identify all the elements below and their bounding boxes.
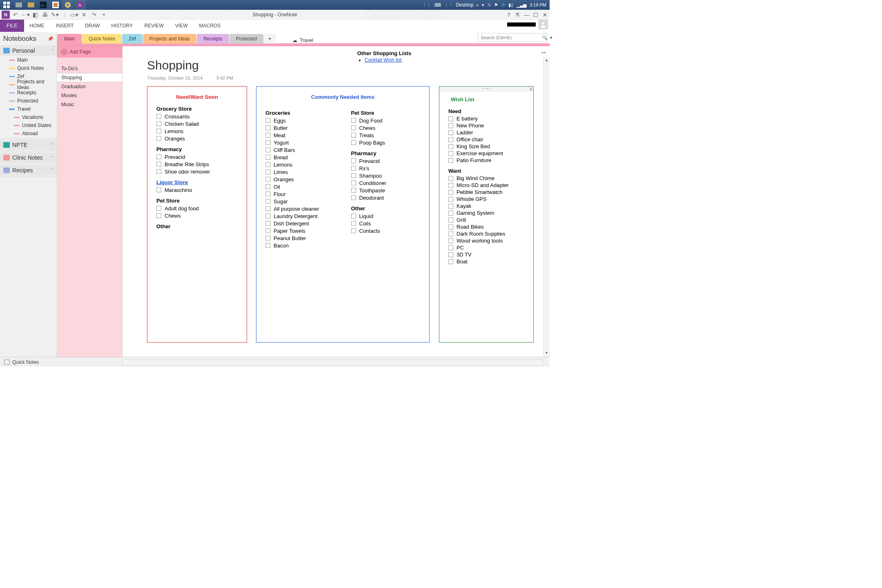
- search-input[interactable]: [478, 35, 539, 40]
- section-vacations[interactable]: Vacations: [0, 113, 57, 121]
- qat-print[interactable]: 🖶: [41, 11, 49, 19]
- checkbox[interactable]: [156, 206, 161, 211]
- page-canvas[interactable]: ⤢ ▴ ▾ Shopping Thursday, October 16, 201…: [122, 46, 550, 357]
- checklist-item[interactable]: Office chair: [448, 136, 524, 143]
- pin-icon[interactable]: 📌: [47, 36, 53, 42]
- checkbox[interactable]: [351, 158, 356, 163]
- section-abroad[interactable]: Abroad: [0, 129, 57, 138]
- checkbox[interactable]: [265, 243, 270, 248]
- tray-chevron-icon[interactable]: ▾: [482, 2, 484, 8]
- checklist-item[interactable]: Yogurt: [265, 139, 335, 146]
- checkbox[interactable]: [265, 184, 270, 189]
- checkbox[interactable]: [351, 118, 356, 123]
- checklist-item[interactable]: Cliff Bars: [265, 146, 335, 154]
- checklist-item[interactable]: Laundry Detergent: [265, 212, 335, 220]
- checkbox[interactable]: [265, 147, 270, 152]
- ribbon-tab-draw[interactable]: DRAW: [79, 19, 105, 32]
- checkbox[interactable]: [448, 204, 453, 209]
- notebook-recipes[interactable]: Recipes˅: [0, 165, 57, 176]
- section-projects-and-ideas[interactable]: Projects and Ideas: [0, 80, 57, 89]
- notebook-clinic-notes[interactable]: Clinic Notes˅: [0, 152, 57, 163]
- note-container-commonly-needed[interactable]: Commonly Needed ItemsGroceriesEggsButter…: [256, 86, 430, 343]
- checkbox[interactable]: [265, 192, 270, 196]
- checkbox[interactable]: [351, 180, 356, 185]
- checklist-item[interactable]: Dark Room Supplies: [448, 230, 524, 237]
- checkbox[interactable]: [448, 116, 453, 121]
- checkbox[interactable]: [265, 199, 270, 204]
- ribbon-tab-insert[interactable]: INSERT: [50, 19, 80, 32]
- section-tab-zef[interactable]: Zef: [122, 34, 142, 44]
- checklist-item[interactable]: Prevacid: [156, 153, 238, 160]
- checkbox[interactable]: [265, 214, 270, 218]
- checkbox[interactable]: [448, 183, 453, 188]
- checklist-item[interactable]: Paper Towels: [265, 227, 335, 234]
- checkbox[interactable]: [448, 190, 453, 195]
- search-box[interactable]: 🔍 ▾: [478, 33, 547, 42]
- checklist-item[interactable]: Coils: [351, 220, 421, 227]
- section-group-travel[interactable]: ☁ Travel: [292, 38, 313, 43]
- checkbox[interactable]: [265, 169, 270, 174]
- checklist-item[interactable]: Conditioner: [351, 179, 421, 187]
- checklist-item[interactable]: Maraschino: [156, 186, 238, 194]
- checklist-item[interactable]: Exercise equipment: [448, 150, 524, 157]
- other-shopping-lists[interactable]: Other Shopping Lists Cocktail Wish list: [357, 50, 411, 63]
- tray-desktop-toggle[interactable]: ⋮⋮Desktop»: [444, 2, 479, 8]
- search-icon[interactable]: 🔍: [539, 35, 550, 40]
- checkbox[interactable]: [351, 125, 356, 130]
- checklist-item[interactable]: PC: [448, 244, 524, 251]
- taskbar-app-lightroom[interactable]: Lr: [38, 0, 49, 10]
- checkbox[interactable]: [156, 169, 161, 174]
- section-travel[interactable]: Travel: [0, 105, 57, 113]
- checklist-item[interactable]: Oil: [265, 183, 335, 190]
- checklist-item[interactable]: Chicken Salad: [156, 120, 238, 127]
- checkbox[interactable]: [156, 121, 161, 126]
- checkbox[interactable]: [448, 232, 453, 236]
- qat-back[interactable]: ←▾: [21, 11, 29, 19]
- add-page-button[interactable]: + Add Page: [57, 46, 122, 58]
- tray-battery-icon[interactable]: ▮▯: [508, 2, 513, 8]
- checkbox[interactable]: [156, 213, 161, 218]
- qat-undo[interactable]: ↶: [11, 11, 20, 19]
- checklist-item[interactable]: 3D TV: [448, 251, 524, 258]
- notebook-npte[interactable]: NPTE˅: [0, 140, 57, 150]
- tray-flag-icon[interactable]: ⚑: [494, 2, 498, 8]
- checklist-item[interactable]: Micro-SD and Adapter: [448, 182, 524, 189]
- checkbox[interactable]: [448, 259, 453, 264]
- section-tab-add[interactable]: +: [264, 34, 276, 44]
- checkbox[interactable]: [265, 140, 270, 145]
- checklist-item[interactable]: Dog Food: [351, 117, 421, 124]
- checkbox[interactable]: [156, 136, 161, 141]
- checkbox[interactable]: [351, 221, 356, 226]
- section-protected[interactable]: Protected: [0, 97, 57, 105]
- checklist-item[interactable]: Butter: [265, 124, 335, 131]
- section-tab-protected[interactable]: Protected: [229, 34, 263, 44]
- fullscreen-icon[interactable]: ⤢: [540, 49, 548, 57]
- checkbox[interactable]: [351, 133, 356, 138]
- tray-keyboard-icon[interactable]: ⌨: [434, 2, 441, 8]
- checkbox[interactable]: [265, 206, 270, 211]
- notebook-personal[interactable]: Personal˄: [0, 45, 57, 56]
- checkbox[interactable]: [448, 158, 453, 163]
- avatar[interactable]: [538, 20, 548, 29]
- scroll-down-icon[interactable]: ▾: [543, 350, 550, 357]
- checkbox[interactable]: [448, 225, 453, 229]
- checkbox[interactable]: [448, 252, 453, 257]
- checkbox[interactable]: [265, 133, 270, 138]
- checklist-item[interactable]: Grill: [448, 216, 524, 223]
- checklist-item[interactable]: Lemons: [156, 127, 238, 135]
- checklist-item[interactable]: Gaming System: [448, 209, 524, 216]
- checklist-item[interactable]: Croissants: [156, 113, 238, 120]
- checkbox[interactable]: [448, 197, 453, 202]
- tray-clock[interactable]: 3:19 PM: [530, 2, 546, 7]
- checklist-item[interactable]: Ladder: [448, 129, 524, 136]
- checklist-item[interactable]: Limes: [265, 168, 335, 176]
- checklist-item[interactable]: Boat: [448, 258, 524, 265]
- checklist-item[interactable]: Contacts: [351, 227, 421, 234]
- checklist-item[interactable]: Poop Bags: [351, 139, 421, 146]
- checklist-item[interactable]: Breathe Rite Strips: [156, 160, 238, 168]
- section-united-states[interactable]: United States: [0, 121, 57, 129]
- checklist-item[interactable]: Big Wind Chime: [448, 175, 524, 182]
- link-cocktail-wish-list[interactable]: Cocktail Wish list: [365, 57, 402, 63]
- checkbox[interactable]: [448, 130, 453, 135]
- qat-customize[interactable]: ▾: [100, 11, 108, 19]
